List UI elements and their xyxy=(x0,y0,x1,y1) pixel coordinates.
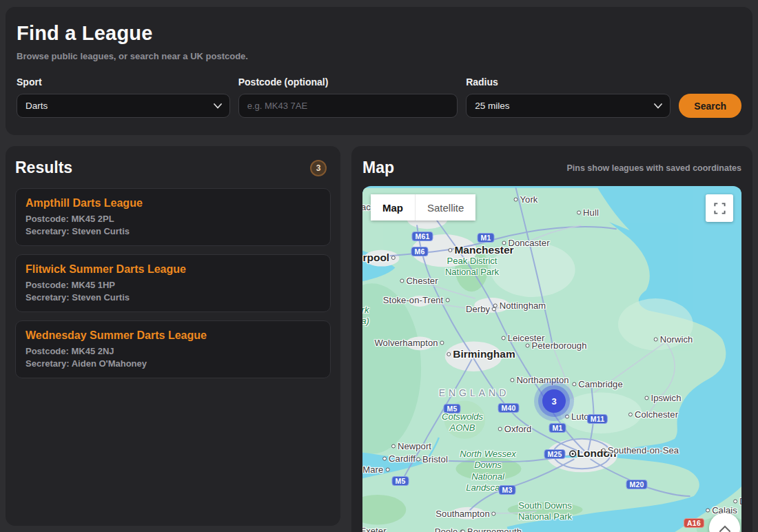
map-label: ENGLAND xyxy=(439,387,510,398)
map-label: Cambridge xyxy=(572,379,623,389)
city-dot-icon xyxy=(448,248,452,252)
results-title: Results xyxy=(15,158,72,177)
map-type-toggle: Map Satellite xyxy=(371,194,475,221)
sport-select[interactable]: Darts xyxy=(17,94,230,118)
map-view-button[interactable]: Map xyxy=(371,194,416,221)
city-dot-icon xyxy=(572,382,576,386)
road-badge: M25 xyxy=(544,449,565,459)
map-label: Norwich xyxy=(654,334,693,345)
map-label: Manchester xyxy=(448,244,513,256)
map-label: Hull xyxy=(577,207,599,218)
city-dot-icon xyxy=(400,278,404,283)
map-label: Exeter xyxy=(362,526,387,532)
page-title: Find a League xyxy=(17,22,741,45)
league-card[interactable]: Ampthill Darts League Postcode: MK45 2PL… xyxy=(15,188,331,246)
postcode-label: Postcode (optional) xyxy=(238,76,458,88)
road-badge: A16 xyxy=(684,518,704,528)
search-panel: Find a League Browse public leagues, or … xyxy=(6,7,752,135)
league-postcode: Postcode: MK45 2PL xyxy=(25,213,320,225)
map-label: Derby xyxy=(466,304,496,314)
sport-label: Sport xyxy=(17,76,230,88)
search-button[interactable]: Search xyxy=(679,94,741,118)
league-secretary: Secretary: Steven Curtis xyxy=(25,291,320,304)
road-badge: M5 xyxy=(392,476,409,486)
city-dot-icon xyxy=(644,396,648,400)
map-title: Map xyxy=(362,158,394,177)
league-secretary: Secretary: Steven Curtis xyxy=(25,225,320,238)
map-label: Wolverhampton xyxy=(374,338,444,348)
city-dot-icon xyxy=(733,499,737,503)
city-dot-icon xyxy=(382,456,387,460)
league-card[interactable]: Flitwick Summer Darts League Postcode: M… xyxy=(15,254,331,312)
map-panel: Map Pins show leagues with saved coordin… xyxy=(351,146,752,532)
map-label: Du xyxy=(733,496,741,507)
league-name: Flitwick Summer Darts League xyxy=(25,263,320,276)
city-dot-icon xyxy=(447,352,451,356)
map-label: rk a) xyxy=(362,305,369,327)
page-subtitle: Browse public leagues, or search near a … xyxy=(17,51,741,61)
league-secretary: Secretary: Aiden O'Mahoney xyxy=(25,358,320,370)
results-panel: Results 3 Ampthill Darts League Postcode… xyxy=(6,146,340,526)
city-dot-icon xyxy=(492,511,496,515)
city-dot-icon xyxy=(706,508,710,512)
city-dot-icon xyxy=(416,457,420,461)
map-label: York xyxy=(514,194,538,205)
map-canvas[interactable]: acYorkedsHullM61M6M1ManchesterDoncasterP… xyxy=(362,186,741,532)
map-label: per-Mare xyxy=(362,464,389,475)
road-badge: M61 xyxy=(411,232,433,241)
satellite-view-button[interactable]: Satellite xyxy=(416,194,475,221)
results-count-badge: 3 xyxy=(310,160,327,176)
map-label: Chester xyxy=(400,276,438,286)
cluster-count: 3 xyxy=(542,389,566,413)
map-label: London xyxy=(571,447,617,460)
city-dot-icon xyxy=(445,298,449,302)
city-dot-icon xyxy=(577,210,581,214)
city-dot-icon xyxy=(498,427,502,431)
map-label: Cotswolds AONB xyxy=(442,411,483,434)
map-label: Bournemouth xyxy=(461,526,522,532)
city-dot-icon xyxy=(502,336,506,340)
map-label: Peak District National Park xyxy=(445,256,499,278)
city-dot-icon xyxy=(510,378,514,382)
road-badge: M3 xyxy=(499,485,516,495)
map-label: Peterborough xyxy=(526,340,587,351)
city-dot-icon xyxy=(492,307,496,311)
road-badge: M5 xyxy=(444,404,461,413)
map-label: ac xyxy=(362,202,371,212)
search-form: Sport Darts Postcode (optional) Radius 2… xyxy=(17,76,741,118)
city-dot-icon xyxy=(493,303,498,307)
map-label: South Downs National Park xyxy=(518,500,572,523)
map-label: Bristol xyxy=(416,454,448,464)
map-label: Poole xyxy=(435,526,464,532)
map-labels-layer: acYorkedsHullM61M6M1ManchesterDoncasterP… xyxy=(362,186,741,532)
map-label: Doncaster xyxy=(502,238,549,248)
map-label: Southend-on-Sea xyxy=(602,445,679,456)
city-dot-icon xyxy=(460,529,464,532)
city-dot-icon xyxy=(514,197,518,201)
road-badge: M11 xyxy=(587,414,608,424)
league-name: Wednesday Summer Darts League xyxy=(25,329,320,342)
map-label: Leicester xyxy=(502,333,545,343)
road-badge: M40 xyxy=(498,403,519,413)
city-dot-icon xyxy=(385,467,389,471)
city-dot-icon xyxy=(654,337,658,341)
city-dot-icon xyxy=(628,412,633,416)
fullscreen-icon xyxy=(713,202,726,215)
city-dot-icon xyxy=(461,529,465,532)
league-postcode: Postcode: MK45 2NJ xyxy=(25,345,320,358)
league-card[interactable]: Wednesday Summer Darts League Postcode: … xyxy=(15,320,331,378)
map-note: Pins show leagues with saved coordinates xyxy=(566,163,741,173)
postcode-input[interactable] xyxy=(238,94,458,118)
road-badge: M1 xyxy=(549,423,566,433)
radius-select[interactable]: 25 miles xyxy=(466,94,670,118)
city-dot-icon xyxy=(391,256,396,260)
map-label: Nottingham xyxy=(493,300,546,311)
city-dot-icon xyxy=(440,340,444,345)
fullscreen-button[interactable] xyxy=(706,194,733,222)
map-label: Oxford xyxy=(498,424,532,434)
city-dot-icon xyxy=(391,444,396,448)
map-label: Cardiff xyxy=(382,453,416,464)
road-badge: M6 xyxy=(411,247,429,256)
map-label: Birmingham xyxy=(447,348,515,360)
map-cluster-marker[interactable]: 3 xyxy=(534,381,574,421)
